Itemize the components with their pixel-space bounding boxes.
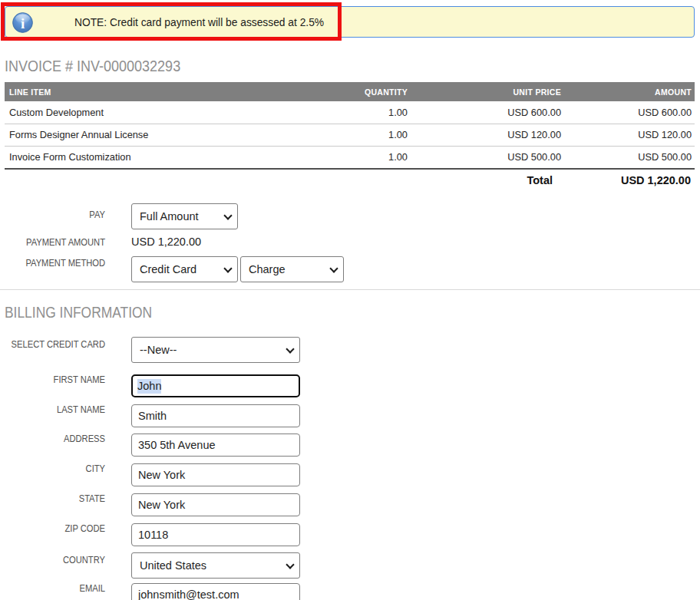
country-label: COUNTRY [8, 552, 105, 565]
cell-item: Forms Designer Annual License [5, 124, 307, 146]
country-row: COUNTRY United States [0, 552, 300, 579]
cell-item: Custom Development [5, 101, 307, 124]
payment-method-row: PAYMENT METHOD Credit Card Charge [0, 256, 344, 282]
info-icon: i [12, 12, 33, 33]
cell-quantity: 1.00 [307, 124, 411, 146]
state-label: STATE [8, 493, 105, 504]
email-input[interactable] [131, 583, 300, 600]
country-select[interactable]: United States [131, 552, 300, 579]
line-items-table: LINE ITEM QUANTITY UNIT PRICE AMOUNT Cus… [5, 82, 695, 170]
cell-amount: USD 120.00 [564, 124, 695, 146]
cell-item: Invoice Form Customization [5, 146, 307, 169]
note-banner: i NOTE: Credit card payment will be asse… [5, 6, 695, 38]
cell-unit-price: USD 600.00 [411, 101, 564, 124]
svg-text:i: i [21, 15, 25, 31]
column-header-amount: AMOUNT [564, 82, 695, 101]
total-label: Total [527, 174, 553, 186]
first-name-label: FIRST NAME [8, 374, 105, 385]
last-name-row: LAST NAME [0, 404, 300, 427]
payment-amount-label: PAYMENT AMOUNT [8, 237, 105, 248]
payment-method-label: PAYMENT METHOD [8, 256, 105, 269]
payment-amount-row: PAYMENT AMOUNT USD 1,220.00 [0, 236, 201, 248]
address-row: ADDRESS [0, 434, 300, 457]
cell-unit-price: USD 120.00 [411, 124, 564, 146]
city-input[interactable] [131, 463, 300, 486]
payment-method-select[interactable]: Credit Card [131, 256, 238, 282]
cell-unit-price: USD 500.00 [411, 146, 564, 169]
table-row: Invoice Form Customization 1.00 USD 500.… [5, 146, 695, 169]
table-row: Custom Development 1.00 USD 600.00 USD 6… [5, 101, 695, 124]
cell-amount: USD 600.00 [564, 101, 695, 124]
first-name-row: FIRST NAME John [0, 374, 300, 397]
last-name-input[interactable] [131, 404, 300, 427]
table-header-row: LINE ITEM QUANTITY UNIT PRICE AMOUNT [5, 82, 695, 101]
select-credit-card-select[interactable]: --New-- [131, 337, 300, 363]
email-label: EMAIL [8, 583, 105, 594]
selected-text: John [137, 379, 161, 394]
last-name-label: LAST NAME [8, 404, 105, 415]
zip-code-label: ZIP CODE [8, 523, 105, 534]
total-amount: USD 1,220.00 [621, 174, 691, 186]
cell-quantity: 1.00 [307, 101, 411, 124]
city-row: CITY [0, 463, 300, 486]
note-text: NOTE: Credit card payment will be assess… [74, 8, 324, 38]
total-row: Total USD 1,220.00 [0, 174, 700, 191]
first-name-input[interactable]: John [131, 374, 300, 397]
pay-label: PAY [8, 203, 105, 221]
select-credit-card-label: SELECT CREDIT CARD [8, 337, 105, 350]
select-credit-card-row: SELECT CREDIT CARD --New-- [0, 337, 300, 363]
invoice-payment-page: i NOTE: Credit card payment will be asse… [0, 0, 700, 600]
pay-row: PAY Full Amount [0, 203, 238, 229]
email-row: EMAIL [0, 583, 300, 600]
cell-quantity: 1.00 [307, 146, 411, 169]
cell-amount: USD 500.00 [564, 146, 695, 169]
column-header-line-item: LINE ITEM [5, 82, 307, 101]
column-header-quantity: QUANTITY [307, 82, 411, 101]
charge-action-select[interactable]: Charge [240, 256, 344, 282]
section-divider [0, 289, 700, 290]
column-header-unit-price: UNIT PRICE [411, 82, 564, 101]
zip-code-row: ZIP CODE [0, 523, 300, 546]
payment-amount-value: USD 1,220.00 [131, 236, 201, 248]
billing-information-title: BILLING INFORMATION [5, 304, 152, 321]
invoice-number-title: INVOICE # INV-0000032293 [5, 58, 180, 75]
zip-code-input[interactable] [131, 523, 300, 546]
state-input[interactable] [131, 493, 300, 516]
city-label: CITY [8, 463, 105, 474]
table-row: Forms Designer Annual License 1.00 USD 1… [5, 124, 695, 146]
address-input[interactable] [131, 434, 300, 457]
address-label: ADDRESS [8, 434, 105, 444]
state-row: STATE [0, 493, 300, 516]
pay-select[interactable]: Full Amount [131, 203, 238, 229]
